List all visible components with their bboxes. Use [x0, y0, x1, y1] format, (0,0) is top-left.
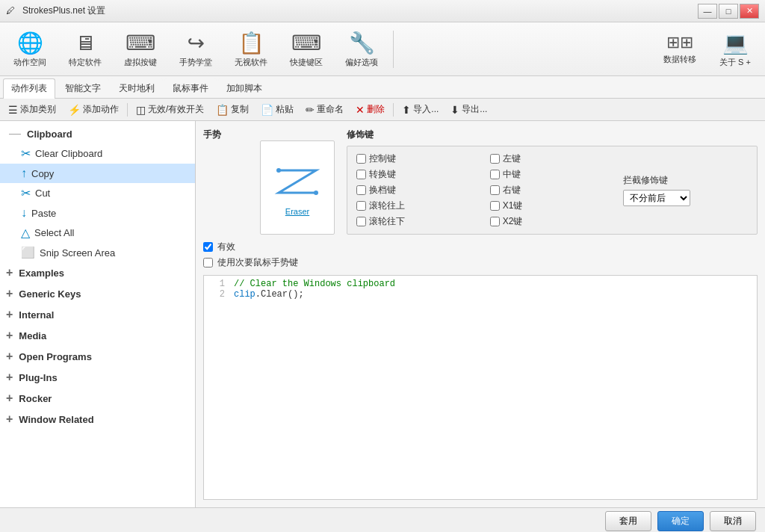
tree-item-paste[interactable]: ↓ Paste	[0, 203, 195, 223]
import-button[interactable]: ⬆ 导入...	[397, 102, 444, 118]
check-left[interactable]: 左键	[490, 152, 615, 165]
tree-item-cut[interactable]: ✂ Cut	[0, 183, 195, 203]
ribbon-action-space[interactable]: 🌐 动作空间	[3, 25, 57, 73]
add-action-icon: ⚡	[68, 104, 81, 116]
right-checkbox[interactable]	[490, 185, 500, 195]
secondary-gesture-option[interactable]: 使用次要鼠标手势键	[203, 256, 758, 269]
ribbon-gesture-class[interactable]: ↩ 手势学堂	[169, 25, 223, 73]
valid-checkbox[interactable]	[203, 242, 213, 252]
cut-icon: ✂	[21, 186, 31, 200]
tree-category-rocker[interactable]: + Rocker	[0, 388, 195, 409]
check-alt[interactable]: 换档键	[356, 184, 481, 197]
tree-category-plug-ins[interactable]: + Plug-Ins	[0, 367, 195, 388]
internal-expand-icon: +	[6, 308, 13, 321]
main-content: — Clipboard ✂ Clear Clipboard ↑ Copy ✂ C…	[0, 121, 765, 507]
add-action-button[interactable]: ⚡ 添加动作	[63, 102, 124, 118]
tree-item-snip-screen[interactable]: ⬜ Snip Screen Area	[0, 243, 195, 262]
preference-icon: 🔧	[349, 31, 375, 55]
tree-category-open-programs[interactable]: + Open Programs	[0, 346, 195, 367]
close-button[interactable]: ✕	[740, 4, 759, 19]
secondary-gesture-checkbox[interactable]	[203, 258, 213, 267]
cut-label: Cut	[35, 188, 50, 199]
ribbon-preference[interactable]: 🔧 偏好选项	[335, 25, 388, 73]
ctrl-checkbox[interactable]	[356, 154, 366, 164]
tree-item-select-all[interactable]: △ Select All	[0, 223, 195, 243]
tab-timed-location[interactable]: 天时地利	[111, 78, 163, 98]
gesture-label[interactable]: Eraser	[285, 207, 309, 216]
intercept-dropdown[interactable]: 不分前后 前置 后置	[623, 190, 690, 206]
apply-button[interactable]: 套用	[605, 511, 651, 531]
add-category-button[interactable]: ☰ 添加类别	[3, 102, 61, 118]
tree-item-clear-clipboard[interactable]: ✂ Clear Clipboard	[0, 143, 195, 164]
tree-category-generic-keys[interactable]: + Generic Keys	[0, 283, 195, 304]
x2-checkbox[interactable]	[490, 217, 500, 226]
clipboard-label: Clipboard	[27, 129, 72, 140]
tab-smart-text[interactable]: 智能文字	[57, 78, 109, 98]
add-action-label: 添加动作	[83, 103, 119, 116]
middle-checkbox[interactable]	[490, 170, 500, 179]
alt-checkbox[interactable]	[356, 185, 366, 195]
tree-item-copy[interactable]: ↑ Copy	[0, 164, 195, 183]
left-checkbox[interactable]	[490, 154, 500, 164]
ribbon-virtual-key[interactable]: ⌨ 虚拟按键	[114, 25, 167, 73]
delete-label: 删除	[367, 103, 385, 116]
gesture-class-label: 手势学堂	[179, 57, 212, 68]
tree-category-window-related[interactable]: + Window Related	[0, 409, 195, 430]
clear-clipboard-icon: ✂	[21, 146, 31, 161]
open-programs-label: Open Programs	[19, 351, 92, 362]
scroll-down-checkbox[interactable]	[356, 217, 366, 226]
window-controls[interactable]: — □ ✕	[698, 4, 759, 19]
tree-category-media[interactable]: + Media	[0, 325, 195, 346]
check-ctrl[interactable]: 控制键	[356, 152, 481, 165]
confirm-button[interactable]: 确定	[657, 511, 704, 531]
ribbon-shortcut-zone[interactable]: ⌨ 快捷键区	[279, 25, 333, 73]
svg-point-1	[314, 191, 318, 195]
maximize-button[interactable]: □	[719, 4, 738, 19]
shift-checkbox[interactable]	[356, 170, 366, 179]
cancel-button[interactable]: 取消	[710, 511, 756, 531]
check-scroll-up[interactable]: 滚轮往上	[356, 200, 481, 212]
valid-label: 有效	[217, 241, 235, 253]
check-scroll-down[interactable]: 滚轮往下	[356, 215, 481, 228]
scroll-up-checkbox[interactable]	[356, 201, 366, 211]
gesture-title: 手势	[203, 129, 221, 141]
check-shift[interactable]: 转换键	[356, 168, 481, 181]
x2-label: X2键	[503, 215, 523, 228]
clipboard-category[interactable]: — Clipboard	[0, 124, 195, 143]
check-x1[interactable]: X1键	[490, 200, 615, 212]
virtual-key-icon: ⌨	[126, 31, 155, 55]
code-editor[interactable]: 1 // Clear the Windows clipboard 2 clip.…	[203, 275, 758, 500]
export-button[interactable]: ⬇ 导出...	[445, 102, 492, 118]
gesture-svg	[271, 159, 323, 204]
tab-load-script[interactable]: 加卸脚本	[218, 78, 270, 98]
check-middle[interactable]: 中键	[490, 168, 615, 181]
paste-button[interactable]: 📄 粘贴	[255, 102, 299, 118]
ribbon-no-software[interactable]: 📋 无视软件	[224, 25, 278, 73]
tree-category-internal[interactable]: + Internal	[0, 304, 195, 325]
check-x2[interactable]: X2键	[490, 215, 615, 228]
rename-button[interactable]: ✏ 重命名	[300, 102, 349, 118]
tree-category-examples[interactable]: + Examples	[0, 262, 195, 283]
minimize-button[interactable]: —	[698, 4, 717, 19]
export-label: 导出...	[462, 103, 487, 116]
tab-mouse-event[interactable]: 鼠标事件	[164, 78, 217, 98]
check-right[interactable]: 右键	[490, 184, 615, 197]
code-line-1: 1 // Clear the Windows clipboard	[207, 279, 754, 289]
import-label: 导入...	[413, 103, 439, 116]
gesture-preview-box[interactable]: Eraser	[260, 140, 335, 235]
x1-checkbox[interactable]	[490, 201, 500, 211]
scroll-up-label: 滚轮往上	[369, 200, 405, 212]
toggle-valid-button[interactable]: ◫ 无效/有效开关	[131, 102, 209, 118]
ribbon-data-transfer[interactable]: ⊞⊞ 数据转移	[653, 25, 707, 73]
ribbon-about[interactable]: 💻 关于 S +	[708, 25, 762, 73]
delete-button[interactable]: ✕ 删除	[350, 102, 390, 118]
alt-label: 换档键	[369, 184, 396, 197]
add-category-label: 添加类别	[20, 103, 56, 116]
import-icon: ⬆	[402, 104, 411, 116]
ribbon-specific-software[interactable]: 🖥 特定软件	[58, 25, 112, 73]
tab-action-list[interactable]: 动作列表	[3, 78, 55, 99]
copy-button[interactable]: 📋 复制	[211, 102, 254, 118]
action-space-label: 动作空间	[13, 57, 46, 68]
copy-label: 复制	[231, 103, 249, 116]
valid-option[interactable]: 有效	[203, 241, 758, 253]
